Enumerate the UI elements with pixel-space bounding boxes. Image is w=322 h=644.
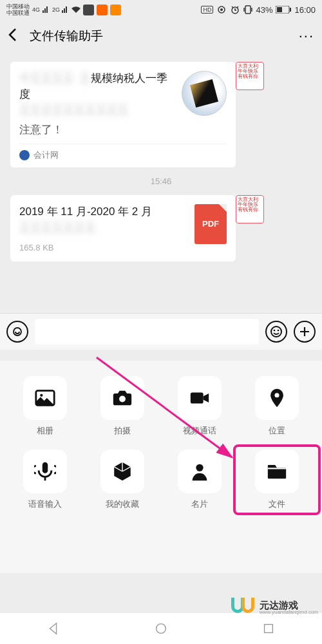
watermark: 元达游戏 www.yuandafanqimd.com bbox=[231, 598, 318, 617]
svg-rect-3 bbox=[245, 6, 251, 14]
watermark-url: www.yuandafanqimd.com bbox=[260, 610, 318, 615]
svg-point-14 bbox=[274, 393, 279, 397]
emoji-button[interactable] bbox=[265, 321, 287, 343]
svg-point-19 bbox=[156, 624, 166, 634]
message-file[interactable]: PDF 2019 年 11 月-2020 年 2 月 工工工工工工工 165.8… bbox=[6, 195, 316, 261]
watermark-logo-icon bbox=[231, 598, 257, 617]
svg-point-12 bbox=[119, 395, 126, 402]
svg-rect-13 bbox=[191, 393, 204, 404]
svg-point-8 bbox=[274, 330, 276, 332]
cube-icon bbox=[111, 460, 133, 482]
plus-button[interactable] bbox=[294, 321, 316, 343]
input-bar bbox=[0, 313, 322, 350]
panel-item-contact-card[interactable]: 名片 bbox=[161, 450, 238, 510]
carrier-labels: 中国移动 中国联通 bbox=[6, 3, 30, 16]
mic-icon bbox=[34, 460, 56, 482]
folder-icon bbox=[266, 460, 288, 482]
app-icon-1 bbox=[83, 5, 94, 15]
pdf-icon: PDF bbox=[194, 204, 227, 244]
svg-point-11 bbox=[40, 394, 43, 397]
svg-rect-5 bbox=[277, 7, 282, 12]
panel-item-video-call[interactable]: 视频通话 bbox=[161, 376, 238, 437]
panel-label: 相册 bbox=[37, 425, 53, 437]
nav-back-icon[interactable] bbox=[46, 621, 61, 636]
source-icon bbox=[19, 150, 30, 160]
svg-rect-6 bbox=[290, 8, 291, 12]
attachment-panel: 相册 拍摄 视频通话 位置 语音输入 我的收藏 名片 文件 bbox=[0, 361, 322, 573]
message-article[interactable]: 个工工工工 工规模纳税人一季度 工工工工工工工工工工 注意了！ 会计网 大喜大利… bbox=[6, 62, 316, 167]
signal-icons: 2G bbox=[43, 6, 80, 13]
voice-button[interactable] bbox=[6, 321, 28, 343]
alarm-icon bbox=[230, 5, 240, 15]
file-size: 165.8 KB bbox=[19, 243, 227, 252]
watermark-brand: 元达游戏 bbox=[260, 600, 318, 610]
photo-icon bbox=[34, 387, 56, 409]
svg-rect-15 bbox=[43, 462, 48, 473]
svg-point-9 bbox=[278, 330, 279, 332]
video-icon bbox=[189, 387, 211, 409]
panel-label: 拍摄 bbox=[114, 425, 131, 437]
panel-item-voice-input[interactable]: 语音输入 bbox=[6, 450, 84, 510]
panel-label: 文件 bbox=[269, 498, 285, 510]
vibrate-icon bbox=[243, 5, 252, 15]
eye-icon bbox=[216, 5, 227, 15]
svg-rect-20 bbox=[264, 625, 272, 633]
panel-label: 名片 bbox=[191, 498, 208, 510]
panel-item-favorites[interactable]: 我的收藏 bbox=[84, 450, 161, 510]
more-button[interactable]: ··· bbox=[299, 28, 314, 44]
svg-rect-17 bbox=[268, 468, 286, 469]
clock: 16:00 bbox=[294, 5, 316, 15]
page-title: 文件传输助手 bbox=[30, 28, 299, 44]
battery-percent: 43% bbox=[256, 5, 272, 15]
battery-icon bbox=[276, 6, 291, 14]
article-subtitle: 注意了！ bbox=[19, 122, 227, 137]
android-nav-bar bbox=[0, 613, 322, 644]
panel-label: 语音输入 bbox=[28, 498, 62, 510]
sender-avatar[interactable]: 大喜大利牛年快乐有钱有你 bbox=[236, 195, 264, 223]
network-icon: 4G bbox=[32, 6, 40, 13]
article-title: 个工工工工 工规模纳税人一季度 工工工工工工工工工工 bbox=[19, 71, 227, 118]
back-button[interactable] bbox=[8, 28, 23, 44]
person-icon bbox=[189, 460, 211, 482]
nav-bar: 文件传输助手 ··· bbox=[0, 19, 322, 53]
svg-point-7 bbox=[271, 327, 281, 337]
message-input[interactable] bbox=[35, 319, 259, 345]
nav-recent-icon[interactable] bbox=[261, 621, 276, 636]
timestamp: 15:46 bbox=[6, 176, 316, 186]
article-source: 会计网 bbox=[19, 144, 227, 161]
location-icon bbox=[266, 387, 288, 409]
status-bar: 中国移动 中国联通 4G 2G HD 43% 16:00 bbox=[0, 0, 322, 19]
app-icon-2 bbox=[97, 5, 108, 15]
svg-point-1 bbox=[220, 8, 223, 11]
panel-label: 位置 bbox=[269, 425, 285, 437]
wifi-icon bbox=[71, 6, 80, 13]
panel-label: 视频通话 bbox=[183, 425, 216, 437]
app-icon-3 bbox=[110, 5, 121, 15]
panel-item-photos[interactable]: 相册 bbox=[6, 376, 84, 437]
svg-point-16 bbox=[196, 464, 203, 471]
panel-item-camera[interactable]: 拍摄 bbox=[84, 376, 161, 437]
hd-icon: HD bbox=[201, 6, 213, 14]
nav-home-icon[interactable] bbox=[154, 621, 168, 636]
panel-item-file[interactable]: 文件 bbox=[233, 444, 321, 515]
sender-avatar[interactable]: 大喜大利牛年快乐有钱有你 bbox=[236, 62, 264, 90]
panel-item-location[interactable]: 位置 bbox=[238, 376, 316, 437]
camera-icon bbox=[111, 387, 133, 409]
panel-label: 我的收藏 bbox=[106, 498, 139, 510]
